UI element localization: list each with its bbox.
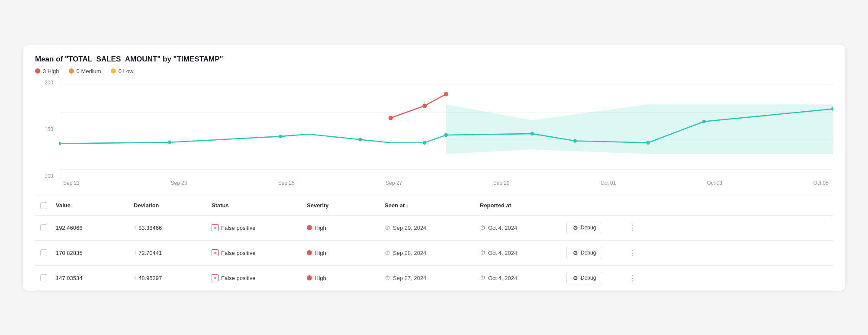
y-label-150: 150	[45, 126, 53, 132]
th-reported-at: Reported at	[476, 200, 563, 211]
gear-icon: ⚙	[573, 250, 578, 256]
row2-status: ✕ False positive	[208, 249, 303, 256]
teal-dot	[646, 141, 650, 144]
x-label-sep29: Sep 29	[493, 180, 510, 192]
chart-area: 200 150 100	[35, 80, 833, 192]
row1-deviation: ↑ 83.38466	[130, 225, 208, 231]
row2-reported-at: ⏱ Oct 4, 2024	[476, 250, 563, 256]
row3-deviation: ↑ 48.95297	[130, 275, 208, 281]
row3-reported-at: ⏱ Oct 4, 2024	[476, 275, 563, 281]
debug-button[interactable]: ⚙ Debug	[566, 222, 602, 234]
th-more	[624, 200, 641, 211]
teal-dot	[59, 142, 61, 145]
th-debug	[563, 200, 624, 211]
false-positive-icon: ✕	[212, 249, 219, 256]
th-seen-at[interactable]: Seen at ↓	[381, 200, 476, 211]
row3-status: ✕ False positive	[208, 274, 303, 281]
table-row: 170.82835 ↑ 72.70441 ✕ False positive Hi…	[35, 241, 833, 266]
clock-icon: ⏱	[385, 225, 390, 231]
clock-icon: ⏱	[385, 250, 390, 256]
row1-reported-at: ⏱ Oct 4, 2024	[476, 225, 563, 231]
teal-dot	[573, 139, 577, 142]
teal-dot	[279, 134, 282, 138]
row3-checkbox[interactable]	[35, 274, 52, 281]
red-line	[391, 94, 446, 118]
false-positive-icon: ✕	[212, 224, 219, 231]
row2-seen-at: ⏱ Sep 28, 2024	[381, 250, 476, 256]
row3-value: 147.03534	[52, 275, 130, 281]
legend-high: 3 High	[35, 68, 59, 74]
main-card: Mean of "TOTAL_SALES_AMOUNT" by "TIMESTA…	[23, 45, 845, 291]
x-label-oct03: Oct 03	[707, 180, 722, 192]
x-label-sep21: Sep 21	[63, 180, 80, 192]
gear-icon: ⚙	[573, 225, 578, 231]
teal-dot	[168, 140, 171, 144]
clock-icon: ⏱	[480, 225, 485, 231]
severity-dot-high	[307, 225, 312, 230]
x-axis-labels: Sep 21 Sep 23 Sep 25 Sep 27 Sep 29 Oct 0…	[59, 180, 833, 192]
th-status: Status	[208, 200, 303, 211]
row3-seen-at: ⏱ Sep 27, 2024	[381, 275, 476, 281]
y-label-100: 100	[45, 173, 53, 179]
clock-icon: ⏱	[385, 275, 390, 281]
y-axis-labels: 200 150 100	[35, 80, 57, 179]
legend-medium: 0 Medium	[69, 68, 101, 74]
x-label-sep27: Sep 27	[386, 180, 402, 192]
table-row: 147.03534 ↑ 48.95297 ✕ False positive Hi…	[35, 266, 833, 291]
chart-inner	[59, 80, 833, 179]
header-checkbox[interactable]	[40, 202, 47, 209]
th-checkbox	[35, 200, 52, 211]
row2-severity: High	[303, 250, 381, 256]
row3-more-menu[interactable]: ⋮	[624, 273, 641, 283]
x-label-sep23: Sep 23	[170, 180, 187, 192]
row1-severity: High	[303, 225, 381, 231]
row2-deviation: ↑ 72.70441	[130, 250, 208, 256]
severity-dot-high	[307, 275, 312, 280]
row1-value: 192.46066	[52, 225, 130, 231]
debug-button[interactable]: ⚙ Debug	[566, 272, 602, 284]
arrow-up-icon: ↑	[134, 250, 136, 256]
teal-dot	[423, 141, 426, 144]
th-value: Value	[52, 200, 130, 211]
legend-dot-low	[111, 68, 116, 74]
severity-dot-high	[307, 250, 312, 255]
chart-svg	[59, 80, 833, 179]
row3-severity: High	[303, 275, 381, 281]
anomaly-table: Value Deviation Status Severity Seen at …	[35, 196, 833, 291]
sort-icon: ↓	[406, 202, 409, 209]
table-row: 192.46066 ↑ 83.38466 ✕ False positive Hi…	[35, 216, 833, 241]
th-severity: Severity	[303, 200, 381, 211]
gear-icon: ⚙	[573, 275, 578, 281]
table-header: Value Deviation Status Severity Seen at …	[35, 196, 833, 216]
row1-debug: ⚙ Debug	[563, 222, 624, 234]
false-positive-icon: ✕	[212, 274, 219, 281]
row2-more-menu[interactable]: ⋮	[624, 248, 641, 258]
teal-dot	[530, 132, 534, 135]
row1-more-menu[interactable]: ⋮	[624, 223, 641, 232]
legend-label-medium: 0 Medium	[77, 68, 101, 74]
debug-button[interactable]: ⚙ Debug	[566, 247, 602, 259]
red-dot	[422, 103, 427, 108]
row1-status: ✕ False positive	[208, 224, 303, 231]
x-label-oct01: Oct 01	[601, 180, 616, 192]
row1-seen-at: ⏱ Sep 29, 2024	[381, 225, 476, 231]
teal-dot	[358, 138, 362, 141]
legend-label-high: 3 High	[43, 68, 59, 74]
x-label-sep25: Sep 25	[278, 180, 295, 192]
x-label-oct05: Oct 05	[813, 180, 829, 192]
row2-checkbox[interactable]	[35, 249, 52, 256]
clock-icon: ⏱	[480, 275, 485, 281]
legend-dot-high	[35, 68, 40, 74]
teal-dot	[702, 119, 706, 123]
row3-debug: ⚙ Debug	[563, 272, 624, 284]
legend-label-low: 0 Low	[119, 68, 134, 74]
legend-dot-medium	[69, 68, 74, 74]
red-dot	[389, 116, 393, 120]
chart-title: Mean of "TOTAL_SALES_AMOUNT" by "TIMESTA…	[35, 55, 833, 64]
arrow-up-icon: ↑	[134, 225, 136, 231]
legend-low: 0 Low	[111, 68, 134, 74]
row2-value: 170.82835	[52, 250, 130, 256]
row2-debug: ⚙ Debug	[563, 247, 624, 259]
row1-checkbox[interactable]	[35, 224, 52, 231]
clock-icon: ⏱	[480, 250, 485, 256]
